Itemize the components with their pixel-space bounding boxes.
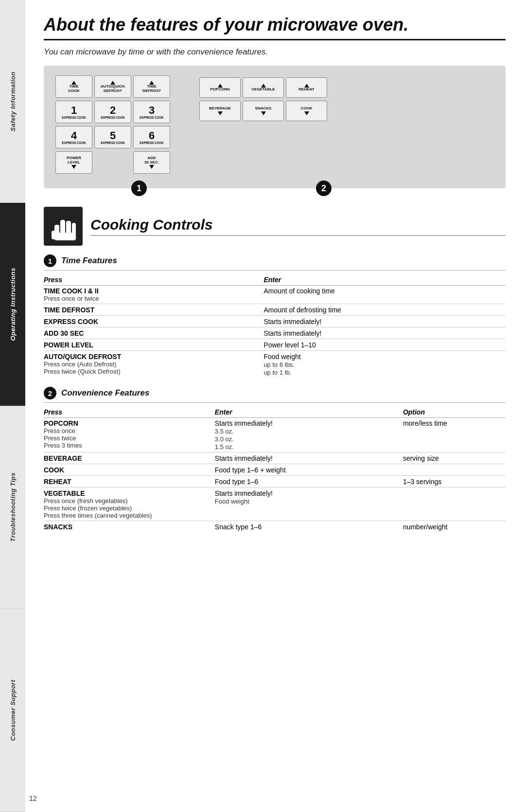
popcorn-option: more/less time xyxy=(403,418,506,452)
time-defrost-label: TIMEDEFROST xyxy=(142,85,161,93)
table-row: TIME COOK I & II Press once or twice Amo… xyxy=(44,286,506,304)
auto-quick-defrost-row-label: AUTO/QUICK DEFROST xyxy=(44,353,261,361)
badge-1: 1 xyxy=(131,180,147,196)
time-defrost-button[interactable]: TIMEDEFROST xyxy=(133,75,170,98)
reheat-enter: Food type 1–6 xyxy=(215,476,403,487)
key-1-number: 1 xyxy=(71,105,77,116)
time-press-header: Press xyxy=(44,274,263,286)
table-row: AUTO/QUICK DEFROST Press once (Auto Defr… xyxy=(44,351,506,379)
vegetable-enter: Starts immediately! Food weight xyxy=(215,487,403,521)
snacks-button[interactable]: SNACKS xyxy=(243,101,284,121)
time-defrost-row-enter: Amount of defrosting time xyxy=(263,304,506,316)
popcorn-sub1: Press once xyxy=(44,427,212,434)
table-row: ADD 30 SEC Starts immediately! xyxy=(44,327,506,339)
vegetable-sub2: Press twice (frozen vegetables) xyxy=(44,505,212,512)
table-row: POWER LEVEL Power level 1–10 xyxy=(44,339,506,351)
subtitle: You can microwave by time or with the co… xyxy=(44,47,506,57)
key-3-button[interactable]: 3 EXPRESS COOK xyxy=(133,101,170,123)
table-row: COOK Food type 1–6 + weight xyxy=(44,464,506,476)
sidebar-section-troubleshooting: Troubleshooting Tips xyxy=(0,406,25,609)
popcorn-label: POPCORN xyxy=(210,88,229,92)
page-number: 12 xyxy=(29,794,37,802)
time-cook-row-enter: Amount of cooking time xyxy=(263,286,506,304)
key-5-number: 5 xyxy=(110,130,116,141)
page-title: About the features of your microwave ove… xyxy=(44,15,506,40)
sidebar: Safety Information Operating Instruction… xyxy=(0,0,25,812)
beverage-option: serving size xyxy=(403,452,506,464)
cook-row-label: COOK xyxy=(44,466,212,474)
reheat-row-label: REHEAT xyxy=(44,478,212,486)
time-cook-label: TIMECOOK xyxy=(68,85,80,93)
reheat-label: REHEAT xyxy=(298,88,314,92)
badge-2: 2 xyxy=(316,180,332,196)
key-4-label: EXPRESS COOK xyxy=(62,141,86,144)
key-1-label: EXPRESS COOK xyxy=(62,116,86,119)
hand-icon xyxy=(44,207,83,246)
vegetable-label: VEGETABLE xyxy=(251,88,275,92)
time-cook-row-label: TIME COOK I & II xyxy=(44,287,261,295)
power-level-row-enter: Power level 1–10 xyxy=(263,339,506,351)
popcorn-button[interactable]: POPCORN xyxy=(199,77,241,98)
cook-button[interactable]: COOK xyxy=(286,101,327,121)
key-3-label: EXPRESS COOK xyxy=(140,116,164,119)
key-6-number: 6 xyxy=(149,130,155,141)
vegetable-sub1: Press once (fresh vegetables) xyxy=(44,497,212,505)
conv-option-header: Option xyxy=(403,407,506,418)
express-cook-row-label: EXPRESS COOK xyxy=(44,318,261,325)
vegetable-sub3: Press three times (canned vegetables) xyxy=(44,512,212,519)
cooking-controls-title: Cooking Controls xyxy=(90,217,506,236)
key-5-label: EXPRESS COOK xyxy=(101,141,125,144)
table-row: TIME DEFROST Amount of defrosting time xyxy=(44,304,506,316)
convenience-features-title: Convenience Features xyxy=(61,388,149,398)
cook-option xyxy=(403,464,506,476)
table-row: BEVERAGE Starts immediately! serving siz… xyxy=(44,452,506,464)
key-2-label: EXPRESS COOK xyxy=(101,116,125,119)
key-5-button[interactable]: 5 EXPRESS COOK xyxy=(94,126,131,148)
keypad-spacer xyxy=(94,151,131,174)
key-4-button[interactable]: 4 EXPRESS COOK xyxy=(55,126,92,148)
vegetable-button[interactable]: VEGETABLE xyxy=(243,77,284,98)
power-level-label: POWERLEVEL xyxy=(67,156,81,165)
key-1-button[interactable]: 1 EXPRESS COOK xyxy=(55,101,92,123)
snacks-row-label: SNACKS xyxy=(44,523,212,531)
keypad-left: TIMECOOK AUTO/QUICKDEFROST TIMEDEFROST 1… xyxy=(55,75,170,174)
beverage-button[interactable]: BEVERAGE xyxy=(199,101,241,121)
key-6-button[interactable]: 6 EXPRESS COOK xyxy=(133,126,170,148)
time-cook-button[interactable]: TIMECOOK xyxy=(55,75,92,98)
key-6-label: EXPRESS COOK xyxy=(140,141,164,144)
auto-defrost-sub1: Press once (Auto Defrost) xyxy=(44,361,261,368)
add-30sec-button[interactable]: ADD30 SEC. xyxy=(133,151,170,174)
auto-defrost-sub2: Press twice (Quick Defrost) xyxy=(44,368,261,375)
main-content: About the features of your microwave ove… xyxy=(29,0,525,552)
convenience-features-header: 2 Convenience Features xyxy=(44,387,506,399)
auto-defrost-enter: Food weight up to 6 lbs. up to 1 lb. xyxy=(263,351,506,379)
keypad-row2: 1 EXPRESS COOK 2 EXPRESS COOK 3 EXPRESS … xyxy=(55,101,170,123)
power-level-button[interactable]: POWERLEVEL xyxy=(55,151,92,174)
snacks-enter: Snack type 1–6 xyxy=(215,521,403,533)
keypad-row4: POWERLEVEL ADD30 SEC. xyxy=(55,151,170,174)
table-row: VEGETABLE Press once (fresh vegetables) … xyxy=(44,487,506,521)
table-row: REHEAT Food type 1–6 1–3 servings xyxy=(44,476,506,487)
time-features-table: Press Enter TIME COOK I & II Press once … xyxy=(44,274,506,378)
sidebar-section-operating: Operating Instructions xyxy=(0,203,25,406)
conv-press-header: Press xyxy=(44,407,215,418)
snacks-label: SNACKS xyxy=(255,107,272,111)
auto-quick-defrost-button[interactable]: AUTO/QUICKDEFROST xyxy=(94,75,131,98)
time-cook-row-sub: Press once or twice xyxy=(44,295,261,302)
svg-rect-5 xyxy=(54,233,76,240)
key-2-button[interactable]: 2 EXPRESS COOK xyxy=(94,101,131,123)
reheat-button[interactable]: REHEAT xyxy=(286,77,327,98)
section-1-circle: 1 xyxy=(44,254,56,267)
conv-enter-header: Enter xyxy=(215,407,403,418)
key-2-number: 2 xyxy=(110,105,116,116)
popcorn-sub2: Press twice xyxy=(44,434,212,442)
sidebar-label-consumer: Consumer Support xyxy=(9,680,17,741)
time-features-title: Time Features xyxy=(61,256,117,266)
table-row: SNACKS Snack type 1–6 number/weight xyxy=(44,521,506,533)
add-30sec-label: ADD30 SEC. xyxy=(144,156,159,165)
popcorn-sub3: Press 3 times xyxy=(44,442,212,449)
popcorn-enter: Starts immediately! 3.5 oz. 3.0 oz. 1.5 … xyxy=(215,418,403,452)
express-cook-row-enter: Starts immediately! xyxy=(263,316,506,327)
vegetable-option xyxy=(403,487,506,521)
time-defrost-row-label: TIME DEFROST xyxy=(44,306,261,314)
